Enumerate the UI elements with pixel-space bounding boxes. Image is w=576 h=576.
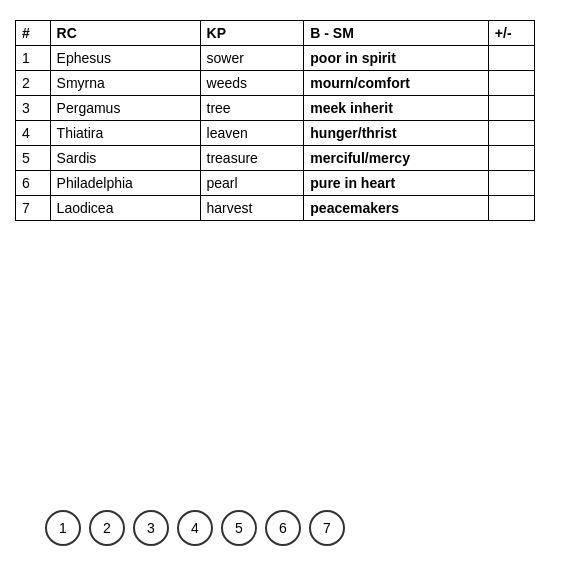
cell-rc: Ephesus: [50, 46, 200, 71]
cell-kp: tree: [200, 96, 304, 121]
cell-pm: [488, 171, 534, 196]
cell-num: 3: [16, 96, 51, 121]
header-rc: RC: [50, 21, 200, 46]
cell-bsm: pure in heart: [304, 171, 489, 196]
circle-button-4[interactable]: 4: [177, 510, 213, 546]
circle-button-1[interactable]: 1: [45, 510, 81, 546]
data-table: # RC KP B - SM +/- 1Ephesussowerpoor in …: [15, 20, 535, 221]
cell-num: 1: [16, 46, 51, 71]
cell-rc: Smyrna: [50, 71, 200, 96]
cell-num: 4: [16, 121, 51, 146]
header-pm: +/-: [488, 21, 534, 46]
cell-rc: Laodicea: [50, 196, 200, 221]
cell-num: 6: [16, 171, 51, 196]
cell-bsm: merciful/mercy: [304, 146, 489, 171]
header-kp: KP: [200, 21, 304, 46]
cell-bsm: meek inherit: [304, 96, 489, 121]
cell-pm: [488, 71, 534, 96]
circle-button-2[interactable]: 2: [89, 510, 125, 546]
table-row: 7Laodiceaharvestpeacemakers: [16, 196, 535, 221]
cell-kp: leaven: [200, 121, 304, 146]
cell-kp: weeds: [200, 71, 304, 96]
cell-rc: Thiatira: [50, 121, 200, 146]
cell-kp: harvest: [200, 196, 304, 221]
table-row: 4Thiatiraleavenhunger/thrist: [16, 121, 535, 146]
cell-pm: [488, 121, 534, 146]
cell-bsm: hunger/thrist: [304, 121, 489, 146]
cell-pm: [488, 196, 534, 221]
table-row: 6Philadelphiapearlpure in heart: [16, 171, 535, 196]
table-row: 3Pergamustreemeek inherit: [16, 96, 535, 121]
cell-kp: pearl: [200, 171, 304, 196]
header-num: #: [16, 21, 51, 46]
cell-bsm: peacemakers: [304, 196, 489, 221]
circle-button-6[interactable]: 6: [265, 510, 301, 546]
cell-rc: Sardis: [50, 146, 200, 171]
cell-rc: Pergamus: [50, 96, 200, 121]
main-table-container: # RC KP B - SM +/- 1Ephesussowerpoor in …: [15, 20, 535, 221]
cell-num: 2: [16, 71, 51, 96]
table-row: 5Sardistreasuremerciful/mercy: [16, 146, 535, 171]
cell-rc: Philadelphia: [50, 171, 200, 196]
bottom-controls: 1234567: [15, 510, 345, 546]
cell-pm: [488, 96, 534, 121]
cell-kp: treasure: [200, 146, 304, 171]
cell-pm: [488, 46, 534, 71]
circle-button-7[interactable]: 7: [309, 510, 345, 546]
cell-kp: sower: [200, 46, 304, 71]
table-row: 2Smyrnaweedsmourn/comfort: [16, 71, 535, 96]
table-row: 1Ephesussowerpoor in spirit: [16, 46, 535, 71]
cell-num: 5: [16, 146, 51, 171]
cell-pm: [488, 146, 534, 171]
header-bsm: B - SM: [304, 21, 489, 46]
cell-num: 7: [16, 196, 51, 221]
circle-button-3[interactable]: 3: [133, 510, 169, 546]
circle-button-5[interactable]: 5: [221, 510, 257, 546]
cell-bsm: poor in spirit: [304, 46, 489, 71]
cell-bsm: mourn/comfort: [304, 71, 489, 96]
